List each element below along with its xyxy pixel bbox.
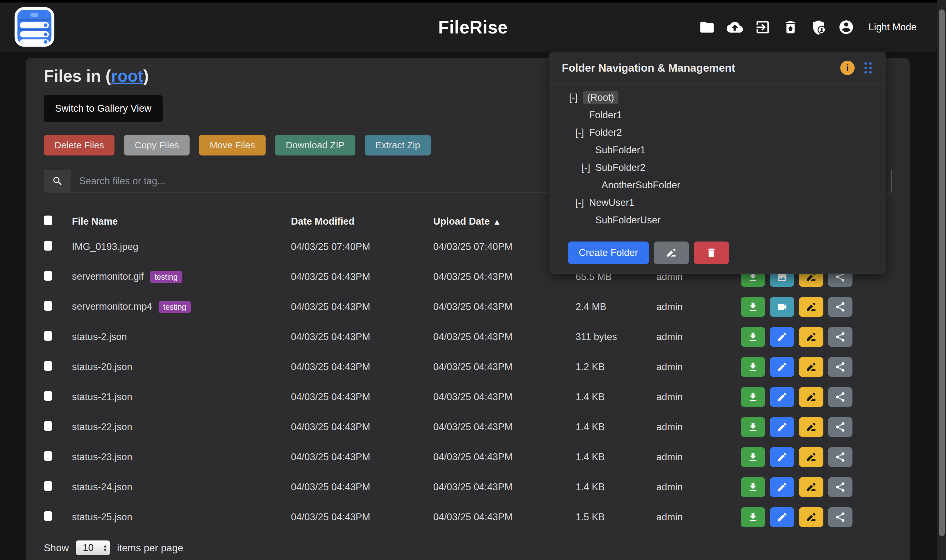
row-checkbox[interactable]: [44, 481, 52, 491]
column-header-file-name[interactable]: File Name: [72, 216, 291, 227]
download-file-button[interactable]: [741, 507, 765, 527]
upload-date-cell: 04/03/25 04:43PM: [433, 422, 575, 433]
rename-file-button[interactable]: [799, 477, 823, 497]
edit-file-button[interactable]: [770, 357, 794, 377]
rename-folder-button[interactable]: [654, 242, 689, 264]
folder-tree-item[interactable]: AnotherSubFolder: [549, 177, 886, 194]
rename-file-button[interactable]: [799, 357, 823, 377]
table-row: servermonitor.mp4testing04/03/25 04:43PM…: [44, 292, 892, 322]
folder-tree-item[interactable]: SubFolder1: [549, 142, 886, 159]
edit-file-button[interactable]: [770, 447, 794, 467]
folder-tree-item[interactable]: Folder1: [549, 106, 886, 124]
create-folder-button[interactable]: Create Folder: [568, 242, 649, 264]
preview-video-button[interactable]: [770, 297, 794, 317]
row-checkbox[interactable]: [44, 271, 52, 281]
page-scrollbar-track[interactable]: [937, 0, 946, 560]
file-name[interactable]: status-23.json: [72, 451, 132, 462]
share-file-button[interactable]: [828, 417, 852, 437]
uploader-cell: admin: [656, 331, 741, 343]
folder-tree-item[interactable]: [-](Root): [549, 89, 886, 106]
file-name[interactable]: servermonitor.mp4: [72, 301, 152, 312]
root-folder-link[interactable]: root: [111, 67, 143, 85]
row-checkbox[interactable]: [44, 241, 52, 251]
select-all-checkbox[interactable]: [44, 215, 52, 225]
file-name[interactable]: status-24.json: [72, 482, 132, 492]
download-file-button[interactable]: [741, 417, 765, 437]
download-file-button[interactable]: [741, 447, 765, 467]
uploader-cell: admin: [656, 482, 741, 493]
download-file-button[interactable]: [741, 357, 765, 377]
file-name[interactable]: status-25.json: [72, 511, 132, 523]
folder-tree-item[interactable]: [-]Folder2: [549, 124, 886, 142]
download-zip-button[interactable]: Download ZIP: [275, 135, 355, 155]
tree-collapse-toggle[interactable]: [-]: [575, 127, 589, 138]
account-circle-icon[interactable]: [838, 19, 855, 36]
edit-file-button[interactable]: [770, 507, 794, 527]
move-files-button[interactable]: Move Files: [199, 135, 266, 155]
column-header-date-modified[interactable]: Date Modified: [291, 216, 433, 227]
delete-folder-button[interactable]: [694, 242, 729, 264]
rename-file-button[interactable]: [799, 297, 823, 317]
download-file-button[interactable]: [741, 327, 765, 347]
edit-file-button[interactable]: [770, 327, 794, 347]
download-file-button[interactable]: [741, 297, 765, 317]
folder-tree-item[interactable]: SubFolderUser: [549, 211, 886, 229]
filerise-logo-icon[interactable]: [14, 7, 54, 47]
upload-date-cell: 04/03/25 04:43PM: [433, 511, 575, 523]
rename-file-button[interactable]: [799, 327, 823, 347]
share-file-button[interactable]: [828, 297, 852, 317]
row-checkbox[interactable]: [44, 361, 52, 371]
admin-shield-icon[interactable]: [810, 19, 827, 36]
file-name[interactable]: IMG_0193.jpeg: [72, 241, 138, 252]
tag-badge: testing: [150, 271, 182, 283]
file-name[interactable]: status-22.json: [72, 422, 132, 432]
file-name[interactable]: status-2.json: [72, 331, 127, 342]
tree-collapse-toggle[interactable]: [-]: [569, 92, 583, 103]
delete-files-button[interactable]: Delete Files: [44, 135, 114, 155]
extract-zip-button[interactable]: Extract Zip: [365, 135, 431, 155]
share-file-button[interactable]: [828, 447, 852, 467]
file-name[interactable]: servermonitor.gif: [72, 271, 144, 282]
tree-collapse-toggle[interactable]: [-]: [581, 162, 595, 173]
uploader-cell: admin: [656, 511, 741, 523]
search-icon[interactable]: [44, 170, 71, 192]
rename-file-button[interactable]: [799, 447, 823, 467]
switch-gallery-view-button[interactable]: Switch to Gallery View: [44, 95, 163, 122]
share-file-button[interactable]: [828, 507, 852, 527]
app-title: FileRise: [438, 17, 508, 37]
tree-collapse-toggle[interactable]: [-]: [575, 197, 589, 208]
copy-files-button[interactable]: Copy Files: [124, 135, 189, 155]
restore-trash-icon[interactable]: [782, 19, 799, 36]
upload-date-cell: 04/03/25 04:43PM: [433, 362, 575, 372]
share-file-button[interactable]: [828, 477, 852, 497]
share-file-button[interactable]: [828, 357, 852, 377]
logout-icon[interactable]: [754, 19, 771, 36]
share-file-button[interactable]: [828, 387, 852, 407]
folder-tree-item[interactable]: [-]NewUser1: [549, 194, 886, 211]
info-icon[interactable]: i: [840, 61, 855, 75]
row-checkbox[interactable]: [44, 391, 52, 401]
folder-icon[interactable]: [698, 19, 715, 36]
cloud-upload-icon[interactable]: [726, 19, 743, 36]
row-checkbox[interactable]: [44, 331, 52, 341]
edit-file-button[interactable]: [770, 387, 794, 407]
row-checkbox[interactable]: [44, 421, 52, 431]
file-name[interactable]: status-20.json: [72, 362, 132, 372]
row-checkbox[interactable]: [44, 301, 52, 311]
download-file-button[interactable]: [741, 387, 765, 407]
folder-tree-item[interactable]: [-]SubFolder2: [549, 159, 886, 177]
rename-file-button[interactable]: [799, 417, 823, 437]
rename-file-button[interactable]: [799, 387, 823, 407]
page-size-select[interactable]: 10 ▲▼: [76, 540, 110, 555]
drag-handle-icon[interactable]: [863, 61, 874, 75]
file-name[interactable]: status-21.json: [72, 391, 132, 402]
light-mode-toggle[interactable]: Light Mode: [869, 22, 917, 33]
share-file-button[interactable]: [828, 327, 852, 347]
download-file-button[interactable]: [741, 477, 765, 497]
edit-file-button[interactable]: [770, 477, 794, 497]
page-scrollbar-thumb[interactable]: [939, 9, 945, 536]
row-checkbox[interactable]: [44, 451, 52, 461]
rename-file-button[interactable]: [799, 507, 823, 527]
edit-file-button[interactable]: [770, 417, 794, 437]
row-checkbox[interactable]: [44, 511, 52, 521]
